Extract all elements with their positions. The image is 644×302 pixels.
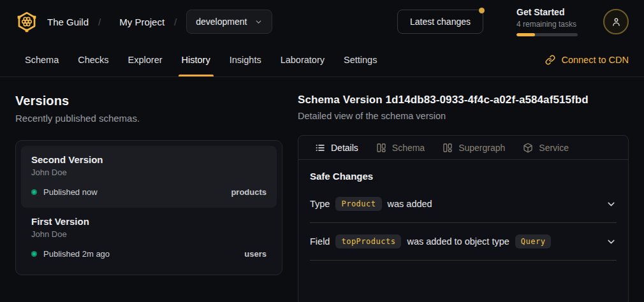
detail-body: Safe Changes Type Product was added Fiel… [298, 160, 628, 261]
published-label: Published now [43, 187, 98, 197]
tab-settings[interactable]: Settings [334, 43, 386, 76]
breadcrumb-separator: / [174, 17, 177, 27]
latest-changes-label: Latest changes [410, 17, 471, 27]
schema-version-panel: Details Schema Supergr [298, 135, 629, 302]
person-icon [611, 17, 622, 27]
columns-icon [443, 143, 453, 153]
chevron-down-icon[interactable] [606, 236, 617, 247]
change-text: Type [310, 199, 330, 209]
connect-to-cdn-label: Connect to CDN [561, 55, 629, 65]
tab-checks[interactable]: Checks [68, 43, 118, 76]
tab-schema[interactable]: Schema [15, 43, 68, 76]
progress-fill [516, 33, 535, 36]
published-status-dot [31, 251, 37, 257]
safe-changes-title: Safe Changes [310, 171, 617, 182]
target-nav-tabs: Schema Checks Explorer History Insights … [0, 43, 644, 77]
breadcrumb-project[interactable]: My Project [119, 17, 165, 27]
version-name: First Version [31, 216, 267, 227]
code-badge: Query [515, 234, 552, 248]
change-row-field-added[interactable]: Field topProducts was added to object ty… [310, 223, 617, 261]
change-text: was added [388, 199, 432, 209]
get-started-title: Get Started [516, 7, 578, 18]
tab-insights[interactable]: Insights [220, 43, 271, 76]
service-name-badge: users [244, 249, 267, 259]
version-author: John Doe [31, 168, 267, 177]
change-text: was added to object type [407, 236, 509, 247]
service-name-badge: products [231, 187, 267, 197]
schema-version-subtitle: Detailed view of the schema version [298, 111, 629, 121]
notification-dot [479, 8, 485, 13]
versions-column: Versions Recently published schemas. Sec… [15, 94, 282, 302]
versions-title: Versions [15, 94, 282, 108]
columns-icon [376, 143, 386, 153]
published-label: Published 2m ago [43, 249, 110, 259]
get-started-subtitle: 4 remaining tasks [516, 20, 578, 29]
header-right-group: Latest changes Get Started 4 remaining t… [397, 7, 629, 36]
code-badge: Product [335, 197, 381, 211]
change-text: Field [310, 236, 330, 247]
target-selector-dropdown[interactable]: development [186, 10, 272, 34]
latest-changes-button[interactable]: Latest changes [397, 10, 483, 34]
schema-version-title: Schema Version 1d14db83-0933-4f4c-a02f-a… [298, 94, 629, 106]
get-started-progressbar [516, 33, 578, 36]
schema-version-column: Schema Version 1d14db83-0933-4f4c-a02f-a… [298, 94, 629, 302]
cube-icon [523, 143, 533, 153]
change-row-type-added[interactable]: Type Product was added [310, 185, 617, 223]
user-avatar-button[interactable] [603, 9, 629, 34]
connect-to-cdn-link[interactable]: Connect to CDN [545, 43, 629, 76]
tab-supergraph[interactable]: Supergraph [434, 136, 514, 159]
tab-explorer[interactable]: Explorer [119, 43, 172, 76]
versions-subtitle: Recently published schemas. [15, 113, 282, 124]
hive-hexagon-logo-icon[interactable] [15, 10, 38, 33]
breadcrumb-separator: / [98, 17, 101, 27]
tab-details[interactable]: Details [306, 136, 367, 159]
app-header: The Guild / My Project / development Lat… [0, 0, 644, 43]
versions-list-card: Second Version John Doe Published now pr… [15, 140, 282, 275]
target-selector-value: development [196, 17, 247, 27]
code-badge: topProducts [335, 234, 401, 248]
breadcrumb-org[interactable]: The Guild [47, 17, 89, 27]
tab-schema-view[interactable]: Schema [367, 136, 434, 159]
tab-laboratory[interactable]: Laboratory [271, 43, 334, 76]
published-status-dot [31, 189, 37, 195]
tab-service[interactable]: Service [514, 136, 578, 159]
version-name: Second Version [31, 154, 267, 165]
version-list-item-first[interactable]: First Version John Doe Published 2m ago … [21, 208, 277, 270]
list-icon [315, 143, 325, 153]
version-status-row: Published now products [31, 187, 267, 197]
chevron-down-icon [254, 18, 263, 26]
tab-history[interactable]: History [172, 43, 220, 76]
main-content: Versions Recently published schemas. Sec… [0, 77, 644, 302]
get-started-widget[interactable]: Get Started 4 remaining tasks [516, 7, 578, 36]
link-icon [545, 55, 555, 65]
version-status-row: Published 2m ago users [31, 249, 267, 259]
version-list-item-second[interactable]: Second Version John Doe Published now pr… [21, 146, 277, 208]
version-author: John Doe [31, 229, 267, 239]
detail-tabs-bar: Details Schema Supergr [298, 136, 628, 160]
chevron-down-icon[interactable] [606, 199, 617, 210]
